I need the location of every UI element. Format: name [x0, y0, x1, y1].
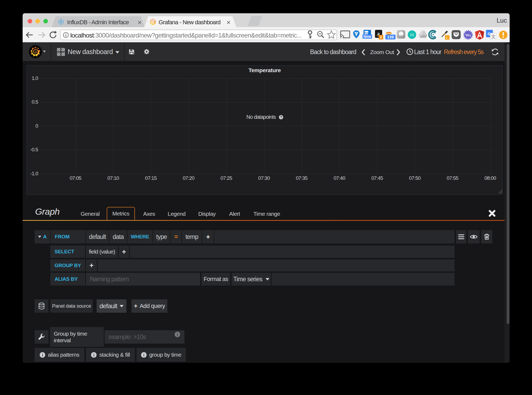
svg-text:文: 文	[491, 34, 496, 39]
svg-text:139: 139	[387, 35, 394, 39]
svg-text:New: New	[364, 34, 371, 39]
svg-text:Ws: Ws	[465, 33, 471, 37]
svg-text:2: 2	[380, 35, 382, 39]
svg-text:m: m	[410, 32, 414, 37]
